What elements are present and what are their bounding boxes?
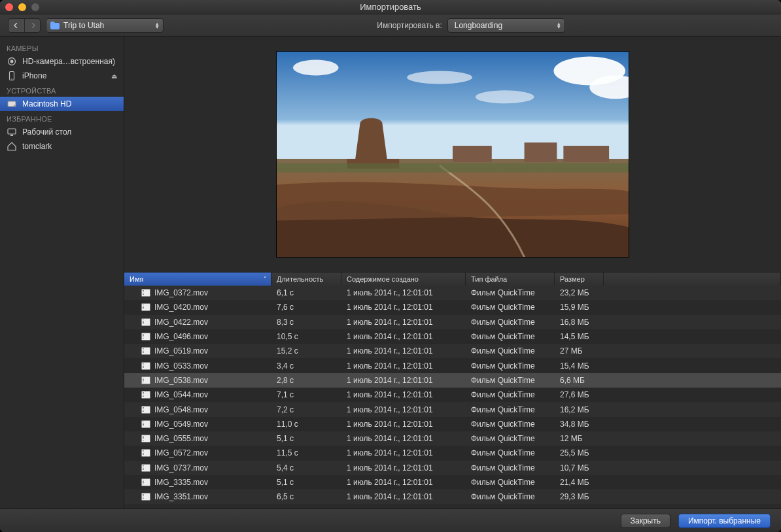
column-header[interactable]: Содержимое создано (341, 273, 466, 286)
cell-created: 1 июль 2014 г., 12:01:01 (341, 461, 466, 475)
cell-duration: 6,1 с (271, 286, 341, 300)
cell-spacer (604, 417, 781, 431)
path-selector[interactable]: Trip to Utah ▴▾ (46, 18, 164, 33)
table-row[interactable]: IMG_3351.mov6,5 с1 июль 2014 г., 12:01:0… (124, 490, 781, 504)
cell-type: Фильм QuickTime (466, 300, 555, 314)
table-row[interactable]: IMG_0496.mov10,5 с1 июль 2014 г., 12:01:… (124, 329, 781, 344)
cell-type: Фильм QuickTime (466, 373, 555, 388)
zoom-window-button[interactable] (31, 3, 39, 11)
column-header[interactable]: Размер (555, 273, 604, 286)
sidebar-item-label: Macintosh HD (22, 99, 71, 108)
close-window-button[interactable] (5, 3, 13, 11)
sidebar-item[interactable]: tomclark (0, 139, 124, 154)
sidebar-item[interactable]: Macintosh HD (0, 97, 124, 111)
close-button[interactable]: Закрыть (621, 514, 670, 528)
sidebar-item[interactable]: Рабочий стол (0, 125, 124, 139)
svg-rect-56 (143, 392, 144, 393)
svg-rect-6 (8, 129, 16, 134)
svg-rect-15 (453, 146, 492, 162)
svg-rect-61 (143, 407, 144, 408)
table-row[interactable]: IMG_0544.mov7,1 с1 июль 2014 г., 12:01:0… (124, 388, 781, 402)
destination-selector[interactable]: Longboarding ▴▾ (447, 18, 565, 33)
cell-type: Фильм QuickTime (466, 475, 555, 490)
cell-duration: 2,8 с (271, 373, 341, 388)
cell-spacer (604, 402, 781, 416)
cell-spacer (604, 461, 781, 475)
movie-file-icon (141, 289, 150, 297)
eject-icon[interactable]: ⏏ (111, 73, 117, 80)
destination-value: Longboarding (455, 21, 502, 30)
cell-name: IMG_0548.mov (124, 402, 271, 416)
table-row[interactable]: IMG_3335.mov5,1 с1 июль 2014 г., 12:01:0… (124, 475, 781, 490)
cell-spacer (604, 315, 781, 329)
svg-rect-32 (143, 321, 144, 322)
cell-size: 25,5 МБ (555, 446, 604, 460)
sidebar-item[interactable]: iPhone⏏ (0, 69, 124, 83)
cell-duration: 11,0 с (271, 417, 341, 431)
cell-name: IMG_0538.mov (124, 373, 271, 388)
svg-rect-71 (143, 436, 144, 437)
movie-file-icon (141, 391, 150, 399)
svg-rect-52 (143, 379, 144, 380)
cell-size: 27,6 МБ (555, 388, 604, 402)
sort-asc-icon: ˄ (264, 276, 267, 282)
cell-size: 34,8 МБ (555, 417, 604, 431)
svg-rect-38 (143, 337, 144, 337)
cell-name: IMG_0533.mov (124, 358, 271, 373)
cell-spacer (604, 490, 781, 504)
table-row[interactable]: IMG_0420.mov7,6 с1 июль 2014 г., 12:01:0… (124, 300, 781, 314)
back-button[interactable] (9, 19, 24, 32)
table-row[interactable]: IMG_0422.mov8,3 с1 июль 2014 г., 12:01:0… (124, 315, 781, 329)
column-header[interactable]: Тип файла (466, 273, 555, 286)
minimize-window-button[interactable] (18, 3, 26, 11)
table-row[interactable]: IMG_0737.mov5,4 с1 июль 2014 г., 12:01:0… (124, 461, 781, 475)
column-header[interactable]: Длительность (271, 273, 341, 286)
svg-rect-78 (143, 453, 144, 454)
import-window: Импортировать Trip to Utah ▴▾ Импортиров… (0, 0, 781, 532)
svg-rect-34 (143, 324, 144, 324)
sidebar-item-label: tomclark (22, 142, 52, 151)
table-row[interactable]: IMG_0538.mov2,8 с1 июль 2014 г., 12:01:0… (124, 373, 781, 388)
svg-rect-66 (143, 422, 144, 422)
cell-size: 16,8 МБ (555, 315, 604, 329)
table-header: Имя˄ДлительностьСодержимое созданоТип фа… (124, 273, 781, 286)
cell-name: IMG_0372.mov (124, 286, 271, 300)
file-name: IMG_0422.mov (154, 318, 208, 327)
table-row[interactable]: IMG_0572.mov11,5 с1 июль 2014 г., 12:01:… (124, 446, 781, 460)
table-row[interactable]: IMG_0372.mov6,1 с1 июль 2014 г., 12:01:0… (124, 286, 781, 300)
cell-created: 1 июль 2014 г., 12:01:01 (341, 344, 466, 358)
cell-name: IMG_0549.mov (124, 417, 271, 431)
svg-rect-94 (143, 498, 144, 499)
import-selected-button[interactable]: Импорт. выбранные (678, 514, 771, 528)
svg-rect-72 (143, 437, 144, 438)
svg-rect-77 (143, 452, 144, 452)
table-row[interactable]: IMG_0519.mov15,2 с1 июль 2014 г., 12:01:… (124, 344, 781, 358)
titlebar: Импортировать (0, 0, 781, 14)
table-row[interactable]: IMG_0548.mov7,2 с1 июль 2014 г., 12:01:0… (124, 402, 781, 416)
movie-file-icon (141, 362, 150, 370)
svg-rect-91 (143, 494, 144, 495)
window-controls (5, 3, 39, 11)
column-header[interactable]: Имя˄ (124, 273, 271, 286)
file-name: IMG_0548.mov (154, 405, 208, 414)
svg-rect-26 (143, 305, 144, 305)
svg-rect-42 (143, 350, 144, 350)
cell-size: 6,6 МБ (555, 373, 604, 388)
svg-rect-48 (143, 366, 144, 367)
table-row[interactable]: IMG_0549.mov11,0 с1 июль 2014 г., 12:01:… (124, 417, 781, 431)
table-body[interactable]: IMG_0372.mov6,1 с1 июль 2014 г., 12:01:0… (124, 286, 781, 508)
svg-rect-47 (143, 365, 144, 365)
sidebar-item[interactable]: HD-камера…встроенная) (0, 54, 124, 69)
table-row[interactable]: IMG_0533.mov3,4 с1 июль 2014 г., 12:01:0… (124, 358, 781, 373)
table-row[interactable]: IMG_0555.mov5,1 с1 июль 2014 г., 12:01:0… (124, 431, 781, 446)
svg-rect-57 (143, 393, 144, 394)
cell-spacer (604, 286, 781, 300)
svg-point-13 (476, 90, 534, 103)
cell-created: 1 июль 2014 г., 12:01:01 (341, 490, 466, 504)
svg-point-1 (10, 60, 14, 63)
cell-type: Фильм QuickTime (466, 402, 555, 416)
sidebar-section-header: ИЗБРАННОЕ (0, 111, 124, 125)
forward-button[interactable] (24, 19, 40, 32)
svg-rect-53 (143, 380, 144, 381)
movie-file-icon (141, 435, 150, 442)
